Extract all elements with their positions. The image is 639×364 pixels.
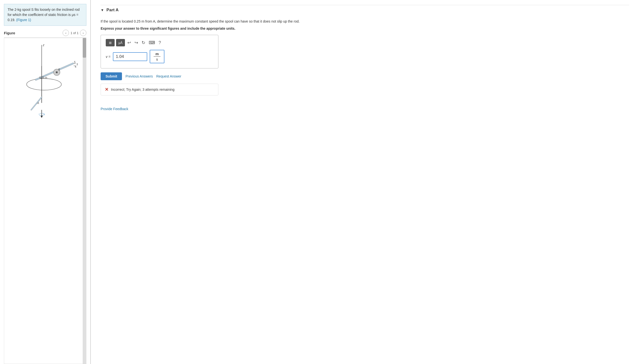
answer-box: ⊞ μÅ ↩ ↪ ↻ ⌨ ? v = m s — [101, 35, 218, 68]
figure-header: Figure ‹ 1 of 1 › — [4, 30, 86, 38]
svg-text:3: 3 — [77, 63, 78, 66]
left-panel: The 2-kg spool S fits loosely on the inc… — [0, 0, 91, 364]
matrix-button[interactable]: ⊞ — [106, 39, 115, 46]
scrollbar-track[interactable] — [83, 38, 86, 364]
scrollbar-thumb[interactable] — [83, 38, 86, 58]
provide-feedback-link[interactable]: Provide Feedback — [101, 107, 128, 111]
figure-section: Figure ‹ 1 of 1 › z 5 — [0, 30, 90, 364]
problem-statement: The 2-kg spool S fits loosely on the inc… — [4, 4, 86, 26]
keyboard-button[interactable]: ⌨ — [148, 40, 156, 46]
previous-answers-link[interactable]: Previous Answers — [125, 74, 153, 78]
figure-next-button[interactable]: › — [80, 30, 86, 36]
svg-text:↻: ↻ — [43, 113, 45, 116]
figure-prev-button[interactable]: ‹ — [63, 30, 69, 36]
svg-text:5: 5 — [74, 61, 76, 64]
action-row: Submit Previous Answers Request Answer — [101, 72, 629, 80]
x-icon: ✕ — [105, 87, 109, 92]
svg-rect-0 — [6, 38, 85, 122]
unit-denominator: s — [156, 57, 158, 61]
svg-text:z: z — [43, 44, 45, 47]
answer-row: v = m s — [106, 50, 213, 63]
svg-point-12 — [56, 72, 58, 73]
request-answer-link[interactable]: Request Answer — [156, 74, 181, 78]
toolbar: ⊞ μÅ ↩ ↪ ↻ ⌨ ? — [106, 39, 213, 46]
figure-nav-count: 1 of 1 — [71, 31, 79, 35]
redo-button[interactable]: ↪ — [134, 40, 139, 46]
answer-input[interactable] — [113, 52, 147, 61]
symbol-button[interactable]: μÅ — [116, 39, 125, 46]
instruction-text: Express your answer to three significant… — [101, 26, 629, 30]
figure-title: Figure — [4, 31, 15, 35]
right-panel: ▼ Part A If the spool is located 0.25 m … — [91, 0, 639, 364]
svg-text:0.25 m: 0.25 m — [39, 76, 47, 79]
figure-nav: ‹ 1 of 1 › — [63, 30, 86, 36]
figure-canvas: z 5 3 4 S 0.25 m — [4, 38, 86, 364]
undo-button[interactable]: ↩ — [126, 40, 132, 46]
part-collapse-arrow[interactable]: ▼ — [101, 8, 104, 12]
refresh-button[interactable]: ↻ — [141, 40, 146, 46]
part-title: Part A — [107, 8, 119, 12]
unit-numerator: m — [154, 52, 161, 57]
incorrect-text: Incorrect; Try Again; 3 attempts remaini… — [111, 88, 175, 92]
figure-link[interactable]: (Figure 1) — [16, 18, 31, 22]
help-button[interactable]: ? — [158, 40, 162, 46]
question-text: If the spool is located 0.25 m from A, d… — [101, 19, 629, 24]
svg-text:S: S — [58, 68, 60, 71]
incorrect-box: ✕ Incorrect; Try Again; 3 attempts remai… — [101, 84, 218, 96]
submit-button[interactable]: Submit — [101, 72, 122, 80]
answer-label: v = — [106, 55, 111, 58]
unit-box: m s — [150, 50, 164, 63]
figure-image: z 5 3 4 S 0.25 m — [4, 38, 86, 122]
part-header: ▼ Part A — [101, 5, 629, 15]
